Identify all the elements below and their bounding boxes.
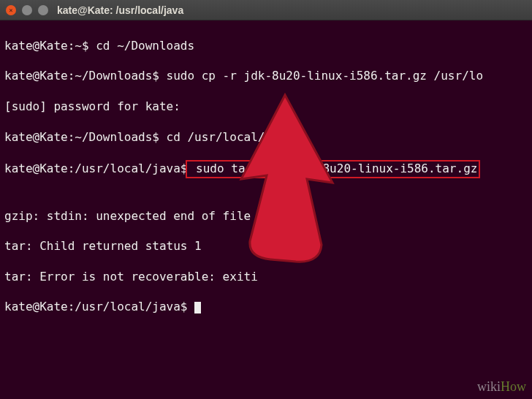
terminal-line: kate@Kate:/usr/local/java$: [4, 300, 528, 315]
terminal-line: kate@Kate:/usr/local/java$ sudo tar xvzf…: [4, 160, 528, 178]
terminal-line: [sudo] password for kate:: [4, 99, 528, 115]
highlighted-command: sudo tar xvzf jdk-8u20-linux-i586.tar.gz: [186, 160, 480, 178]
terminal-line: kate@Kate:~/Downloads$ sudo cp -r jdk-8u…: [4, 69, 528, 84]
minimize-button[interactable]: [22, 5, 32, 15]
watermark: wikiHow: [477, 379, 526, 395]
terminal-body[interactable]: kate@Kate:~$ cd ~/Downloads kate@Kate:~/…: [0, 20, 532, 333]
close-button[interactable]: ×: [6, 5, 16, 15]
terminal-cursor: [194, 302, 201, 314]
maximize-button[interactable]: [38, 5, 48, 15]
terminal-line: tar: Error is not recoverable: exiti: [4, 270, 528, 285]
terminal-line: tar: Child returned status 1: [4, 239, 528, 254]
terminal-line: gzip: stdin: unexpected end of file: [4, 209, 528, 224]
window-controls: ×: [6, 5, 48, 15]
window-title: kate@Kate: /usr/local/java: [57, 4, 183, 16]
terminal-line: kate@Kate:~/Downloads$ cd /usr/local/jav…: [4, 130, 528, 145]
terminal-line: kate@Kate:~$ cd ~/Downloads: [4, 39, 528, 54]
window-titlebar: × kate@Kate: /usr/local/java: [0, 0, 532, 20]
